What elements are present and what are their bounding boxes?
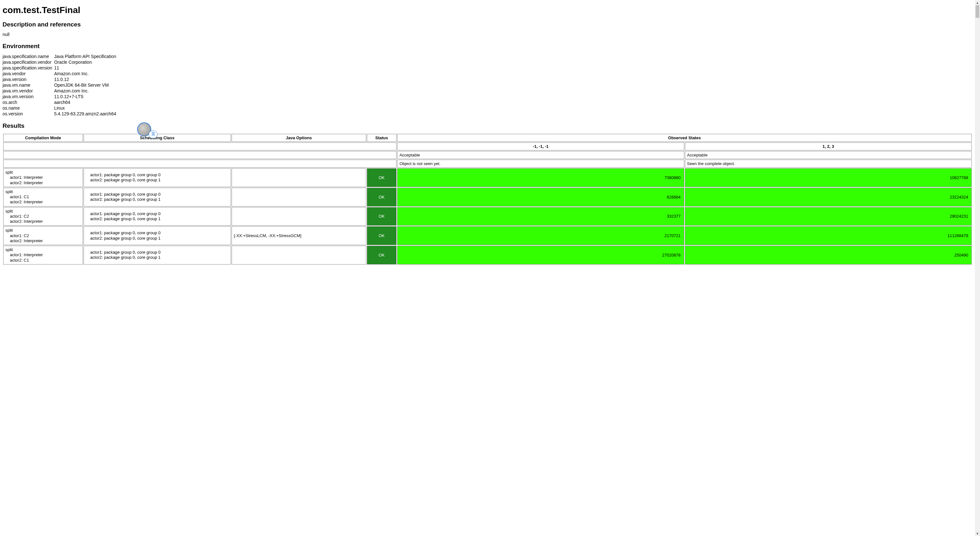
env-key: os.name — [3, 105, 54, 111]
status-badge: OK — [367, 188, 397, 206]
environment-row: java.vm.version11.0.12+7-LTS — [3, 94, 118, 100]
environment-row: os.archaarch64 — [3, 100, 118, 105]
status-badge: OK — [367, 226, 397, 245]
observed-value-1: 332377 — [397, 207, 684, 226]
environment-row: java.specification.version11 — [3, 65, 118, 71]
env-key: java.vm.vendor — [3, 88, 54, 94]
state-acceptability-2: Acceptable — [685, 151, 972, 159]
env-value: OpenJDK 64-Bit Server VM — [54, 82, 118, 88]
observed-value-2: 111288479 — [685, 226, 972, 245]
env-value: Amazon.com Inc. — [54, 71, 118, 76]
scheduling-class-cell: actor1: package group 0, core group 0act… — [84, 226, 231, 245]
env-value: Oracle Corporation — [54, 59, 118, 65]
compilation-mode-cell: splitactor1: C2actor2: Interpreter — [3, 207, 83, 226]
table-row: splitactor1: C1actor2: Interpreteractor1… — [3, 188, 972, 206]
state-labels-row: -1, -1, -1 1, 2, 3 — [3, 143, 972, 151]
env-value: Linux — [54, 105, 118, 111]
observed-value-2: 23224324 — [685, 188, 972, 206]
environment-row: os.version5.4.129-63.229.amzn2.aarch64 — [3, 111, 118, 117]
table-row: splitactor1: Interpreteractor2: Interpre… — [3, 168, 972, 187]
env-value: Java Platform API Specification — [54, 54, 118, 59]
environment-table: java.specification.nameJava Platform API… — [3, 54, 118, 117]
status-badge: OK — [367, 207, 397, 226]
env-value: 11 — [54, 65, 118, 71]
compilation-mode-cell: splitactor1: Interpreteractor2: Interpre… — [3, 168, 83, 187]
environment-row: java.vm.nameOpenJDK 64-Bit Server VM — [3, 82, 118, 88]
environment-row: os.nameLinux — [3, 105, 118, 111]
results-table: Compilation Mode Scheduling Class Java O… — [3, 133, 972, 265]
blank-cell — [3, 151, 396, 159]
env-key: java.vm.name — [3, 82, 54, 88]
scrollbar-thumb[interactable] — [975, 5, 979, 18]
state-label-2: 1, 2, 3 — [685, 143, 972, 151]
environment-heading: Environment — [3, 43, 972, 50]
env-key: java.version — [3, 76, 54, 82]
java-options-cell — [232, 168, 366, 187]
env-value: 11.0.12+7-LTS — [54, 94, 118, 100]
compilation-mode-cell: splitactor1: Interpreteractor2: C1 — [3, 246, 83, 265]
environment-row: java.vm.vendorAmazon.com Inc. — [3, 88, 118, 94]
description-text: null — [3, 32, 972, 37]
environment-row: java.specification.vendorOracle Corporat… — [3, 59, 118, 65]
col-java-options: Java Options — [232, 134, 366, 142]
env-value: 5.4.129-63.229.amzn2.aarch64 — [54, 111, 118, 117]
env-key: os.arch — [3, 100, 54, 105]
scheduling-class-cell: actor1: package group 0, core group 0act… — [84, 188, 231, 206]
status-badge: OK — [367, 168, 397, 187]
environment-row: java.specification.nameJava Platform API… — [3, 54, 118, 59]
ime-language-tag[interactable]: 英 — [149, 131, 158, 138]
table-row: splitactor1: Interpreteractor2: C1actor1… — [3, 246, 972, 265]
java-options-cell — [232, 246, 366, 265]
observed-value-1: 626684 — [397, 188, 684, 206]
state-description-row: Object is not seen yet. Seen the complet… — [3, 160, 972, 168]
description-heading: Description and references — [3, 21, 972, 28]
observed-value-2: 250490 — [685, 246, 972, 265]
env-key: java.specification.vendor — [3, 59, 54, 65]
state-acceptability-row: Acceptable Acceptable — [3, 151, 972, 159]
observed-value-1: 2170721 — [397, 226, 684, 245]
col-compilation-mode: Compilation Mode — [3, 134, 83, 142]
env-value: 11.0.12 — [54, 76, 118, 82]
col-observed-states: Observed States — [397, 134, 972, 142]
environment-row: java.version11.0.12 — [3, 76, 118, 82]
observed-value-2: 10827788 — [685, 168, 972, 187]
scheduling-class-cell: actor1: package group 0, core group 0act… — [84, 168, 231, 187]
compilation-mode-cell: splitactor1: C2actor2: Interpreter — [3, 226, 83, 245]
observed-value-1: 7380980 — [397, 168, 684, 187]
java-options-cell: [-XX:+StressLCM, -XX:+StressGCM] — [232, 226, 366, 245]
status-badge: OK — [367, 246, 397, 265]
observed-value-1: 27020678 — [397, 246, 684, 265]
page-title: com.test.TestFinal — [3, 5, 972, 15]
blank-cell — [3, 160, 396, 168]
scheduling-class-cell: actor1: package group 0, core group 0act… — [84, 246, 231, 265]
environment-row: java.vendorAmazon.com Inc. — [3, 71, 118, 76]
env-value: Amazon.com Inc. — [54, 88, 118, 94]
compilation-mode-cell: splitactor1: C1actor2: Interpreter — [3, 188, 83, 206]
state-description-2: Seen the complete object. — [685, 160, 972, 168]
java-options-cell — [232, 207, 366, 226]
env-key: java.specification.name — [3, 54, 54, 59]
table-row: splitactor1: C2actor2: Interpreteractor1… — [3, 207, 972, 226]
vertical-scrollbar[interactable]: ▲ ▼ — [975, 0, 980, 268]
state-label-1: -1, -1, -1 — [397, 143, 684, 151]
state-acceptability-1: Acceptable — [397, 151, 684, 159]
java-options-cell — [232, 188, 366, 206]
env-key: os.version — [3, 111, 54, 117]
scrollbar-up-icon[interactable]: ▲ — [975, 0, 980, 5]
observed-value-2: 28024231 — [685, 207, 972, 226]
ime-badge[interactable]: 英 — [137, 122, 153, 136]
table-row: splitactor1: C2actor2: Interpreteractor1… — [3, 226, 972, 245]
scheduling-class-cell: actor1: package group 0, core group 0act… — [84, 207, 231, 226]
blank-cell — [3, 143, 396, 151]
env-key: java.vendor — [3, 71, 54, 76]
state-description-1: Object is not seen yet. — [397, 160, 684, 168]
env-value: aarch64 — [54, 100, 118, 105]
col-status: Status — [367, 134, 397, 142]
env-key: java.vm.version — [3, 94, 54, 100]
env-key: java.specification.version — [3, 65, 54, 71]
